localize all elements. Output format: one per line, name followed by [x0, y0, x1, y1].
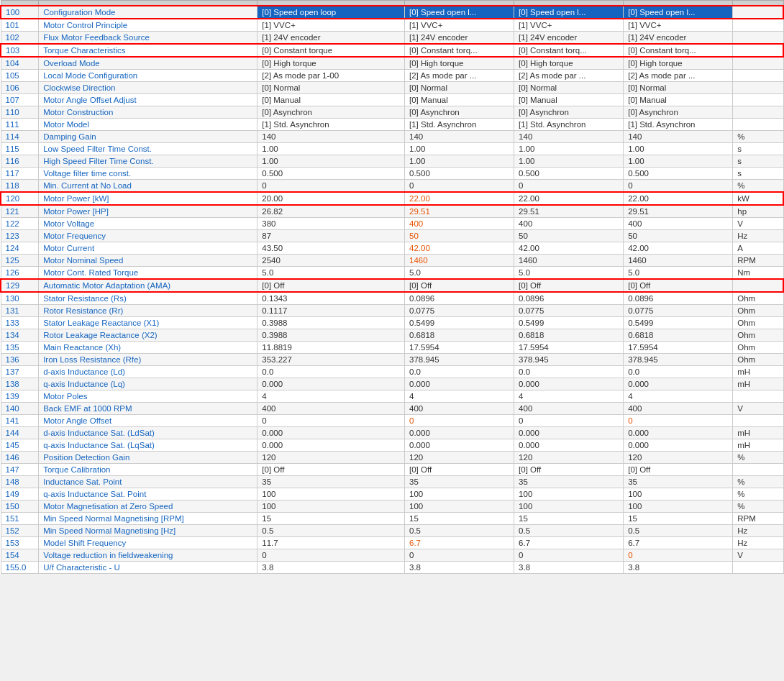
cell-setup2: 140	[405, 131, 514, 143]
cell-unit	[733, 119, 783, 131]
cell-setup3: [1] Std. Asynchron	[514, 119, 624, 131]
cell-id: 149	[1, 488, 39, 501]
table-row: 145q-axis Inductance Sat. (LqSat)0.0000.…	[1, 439, 783, 452]
cell-name: Torque Calibration	[39, 464, 257, 476]
cell-id: 124	[1, 242, 39, 255]
cell-name: d-axis Inductance (Ld)	[39, 366, 257, 378]
parameter-table: 100Configuration Mode[0] Speed open loop…	[0, 0, 784, 574]
cell-name: Stator Leakage Reactance (X1)	[39, 317, 257, 329]
cell-setup2: 29.51	[405, 205, 514, 218]
cell-setup4: 0.5	[624, 525, 733, 537]
cell-id: 136	[1, 354, 39, 366]
cell-name: q-axis Inductance Sat. Point	[39, 488, 257, 501]
cell-unit: A	[733, 242, 783, 255]
cell-id: 155.0	[1, 562, 39, 574]
cell-id: 146	[1, 452, 39, 464]
cell-setup3: 0.5	[514, 525, 624, 537]
cell-setup3: 378.945	[514, 354, 624, 366]
cell-unit: mH	[733, 427, 783, 439]
cell-id: 138	[1, 378, 39, 390]
cell-setup3: 1.00	[514, 143, 624, 155]
cell-setup2: 6.7	[405, 537, 514, 549]
cell-name: Local Mode Configuration	[39, 70, 257, 82]
cell-name: Motor Angle Offset	[39, 415, 257, 427]
cell-setup3: [0] Constant torq...	[514, 44, 624, 57]
cell-unit: Ohm	[733, 292, 783, 305]
cell-unit	[733, 94, 783, 106]
cell-setup4: 0.000	[624, 439, 733, 452]
cell-unit	[733, 6, 783, 19]
cell-setup1: 87	[257, 230, 405, 242]
cell-name: Automatic Motor Adaptation (AMA)	[39, 279, 257, 292]
cell-unit: %	[733, 180, 783, 193]
cell-setup3: 22.00	[514, 192, 624, 205]
table-row: 133Stator Leakage Reactance (X1)0.39880.…	[1, 317, 783, 329]
cell-setup1: 0.000	[257, 439, 405, 452]
cell-setup1: [1] Std. Asynchron	[257, 119, 405, 131]
table-row: 148Inductance Sat. Point35353535%	[1, 476, 783, 488]
cell-id: 131	[1, 305, 39, 317]
table-row: 107Motor Angle Offset Adjust[0] Manual[0…	[1, 94, 783, 106]
cell-setup3: 0.000	[514, 378, 624, 390]
cell-setup3: 100	[514, 488, 624, 501]
cell-setup3: [0] Normal	[514, 82, 624, 94]
cell-id: 121	[1, 205, 39, 218]
cell-setup4: [0] Asynchron	[624, 106, 733, 119]
cell-name: Damping Gain	[39, 131, 257, 143]
table-row: 123Motor Frequency87505050Hz	[1, 230, 783, 242]
cell-setup2: 0.5	[405, 525, 514, 537]
cell-setup2: 22.00	[405, 192, 514, 205]
cell-setup2: 0.500	[405, 168, 514, 180]
cell-setup2: 100	[405, 488, 514, 501]
cell-setup2: [0] Constant torq...	[405, 44, 514, 57]
table-row: 103Torque Characteristics[0] Constant to…	[1, 44, 783, 57]
cell-name: U/f Characteristic - U	[39, 562, 257, 574]
table-row: 114Damping Gain140140140140%	[1, 131, 783, 143]
cell-setup3: 1460	[514, 255, 624, 267]
cell-setup4: 35	[624, 476, 733, 488]
cell-setup3: 140	[514, 131, 624, 143]
cell-setup4: [1] Std. Asynchron	[624, 119, 733, 131]
cell-setup3: [0] High torque	[514, 57, 624, 70]
cell-id: 139	[1, 390, 39, 403]
cell-unit	[733, 82, 783, 94]
cell-setup3: 6.7	[514, 537, 624, 549]
cell-setup4: 0.500	[624, 168, 733, 180]
cell-setup4: 1.00	[624, 155, 733, 168]
cell-setup2: [0] Manual	[405, 94, 514, 106]
cell-setup1: [0] Asynchron	[257, 106, 405, 119]
cell-name: Main Reactance (Xh)	[39, 342, 257, 354]
cell-setup2: 0.0775	[405, 305, 514, 317]
cell-setup2: 1.00	[405, 155, 514, 168]
cell-setup4: [0] Normal	[624, 82, 733, 94]
cell-setup4: [0] Manual	[624, 94, 733, 106]
cell-name: Min Speed Normal Magnetising [RPM]	[39, 513, 257, 525]
cell-unit: Ohm	[733, 329, 783, 342]
cell-setup2: 35	[405, 476, 514, 488]
cell-setup3: 42.00	[514, 242, 624, 255]
cell-setup1: 0.3988	[257, 329, 405, 342]
cell-setup1: [0] Speed open loop	[257, 6, 405, 19]
table-row: 122Motor Voltage380400400400V	[1, 218, 783, 230]
cell-setup4: [1] 24V encoder	[624, 32, 733, 45]
cell-id: 130	[1, 292, 39, 305]
col-header-name	[39, 1, 257, 6]
cell-setup4: 378.945	[624, 354, 733, 366]
table-row: 138q-axis Inductance (Lq)0.0000.0000.000…	[1, 378, 783, 390]
cell-setup1: [1] 24V encoder	[257, 32, 405, 45]
cell-setup1: 11.7	[257, 537, 405, 549]
cell-setup2: 0	[405, 549, 514, 562]
cell-setup2: 1.00	[405, 143, 514, 155]
cell-id: 111	[1, 119, 39, 131]
cell-setup4: [0] High torque	[624, 57, 733, 70]
cell-setup4: 120	[624, 452, 733, 464]
cell-name: Motor Angle Offset Adjust	[39, 94, 257, 106]
col-header-setup3	[514, 1, 624, 6]
cell-name: Low Speed Filter Time Const.	[39, 143, 257, 155]
cell-setup1: 35	[257, 476, 405, 488]
cell-name: Motor Voltage	[39, 218, 257, 230]
cell-id: 114	[1, 131, 39, 143]
table-row: 116High Speed Filter Time Const.1.001.00…	[1, 155, 783, 168]
cell-setup4: [0] Off	[624, 464, 733, 476]
cell-id: 116	[1, 155, 39, 168]
